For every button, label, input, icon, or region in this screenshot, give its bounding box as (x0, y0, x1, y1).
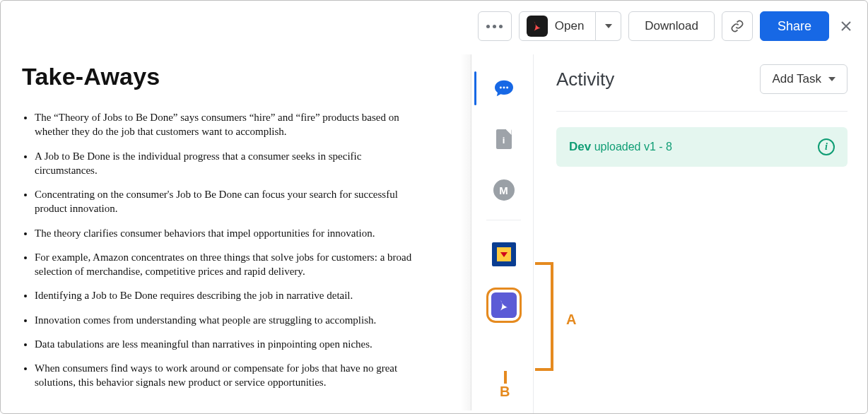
rail-integration-download[interactable] (474, 229, 533, 280)
more-actions-button[interactable] (478, 11, 512, 41)
rail-integration-adobe[interactable] (474, 280, 533, 331)
list-item: When consumers find ways to work around … (35, 361, 418, 390)
rail-tab-details[interactable] (474, 114, 533, 165)
adobe-integration-icon (491, 292, 517, 318)
rail-tab-m[interactable]: M (474, 165, 533, 215)
add-task-button[interactable]: Add Task (760, 64, 848, 94)
activity-panel: Activity Add Task Dev uploaded v1 - 8 i (534, 64, 859, 410)
download-button-label: Download (645, 19, 698, 33)
download-button[interactable]: Download (628, 11, 715, 41)
list-item: The “Theory of Jobs to Be Done” says con… (35, 110, 418, 139)
document-heading: Take-Aways (22, 63, 453, 90)
share-button-label: Share (778, 19, 811, 34)
activity-divider (556, 111, 848, 112)
list-item: Identifying a Job to Be Done requires de… (35, 288, 418, 302)
chevron-down-icon (828, 77, 835, 81)
rail-tab-activity[interactable] (474, 63, 533, 114)
list-item: For example, Amazon concentrates on thre… (35, 250, 418, 279)
close-icon (840, 20, 852, 32)
link-icon (730, 19, 744, 33)
adobe-acrobat-icon (527, 16, 548, 37)
annotation-label-b: B (500, 384, 510, 400)
app-frame: Open Download Share Take-Aways (0, 0, 868, 414)
list-item: Innovation comes from understanding what… (35, 313, 418, 327)
activity-heading: Activity (556, 69, 614, 90)
annotation-bracket-a (535, 262, 553, 371)
upload-event-text: Dev uploaded v1 - 8 (569, 140, 672, 154)
activity-header: Activity Add Task (556, 64, 848, 94)
open-button[interactable]: Open (519, 11, 597, 41)
preview-scroll-edge[interactable] (460, 54, 471, 410)
add-task-label: Add Task (772, 72, 821, 86)
svg-point-0 (499, 87, 501, 89)
upload-detail: uploaded v1 - 8 (591, 141, 672, 153)
m-badge-icon: M (493, 179, 515, 201)
svg-point-1 (503, 87, 505, 89)
annotation-label-a: A (566, 312, 576, 328)
chevron-down-icon (605, 24, 612, 28)
open-split-button: Open (519, 11, 622, 41)
ellipsis-icon (486, 25, 503, 28)
copy-link-button[interactable] (722, 11, 753, 41)
document-bullet-list: The “Theory of Jobs to Be Done” says con… (22, 110, 418, 390)
open-dropdown-button[interactable] (596, 11, 621, 41)
document-preview-pane: Take-Aways The “Theory of Jobs to Be Don… (4, 54, 471, 410)
box-download-icon (492, 242, 516, 266)
annotation-connector-b (504, 371, 507, 384)
rail-separator (486, 220, 522, 220)
document-content: Take-Aways The “Theory of Jobs to Be Don… (4, 54, 471, 410)
close-button[interactable] (836, 16, 856, 36)
svg-point-2 (506, 87, 508, 89)
list-item: Data tabulations are less meaningful tha… (35, 337, 418, 351)
top-toolbar: Open Download Share (478, 9, 856, 43)
activity-upload-event[interactable]: Dev uploaded v1 - 8 i (556, 127, 848, 167)
upload-user: Dev (569, 140, 591, 153)
side-rail: M (474, 54, 534, 413)
activity-comments-icon (493, 79, 515, 97)
file-info-icon (496, 129, 512, 149)
list-item: The theory clarifies consumer behaviors … (35, 226, 418, 240)
info-icon[interactable]: i (818, 138, 835, 155)
open-button-label: Open (555, 19, 585, 33)
list-item: A Job to Be Done is the individual progr… (35, 149, 418, 178)
list-item: Concentrating on the consumer's Job to B… (35, 187, 418, 216)
share-button[interactable]: Share (760, 11, 829, 41)
